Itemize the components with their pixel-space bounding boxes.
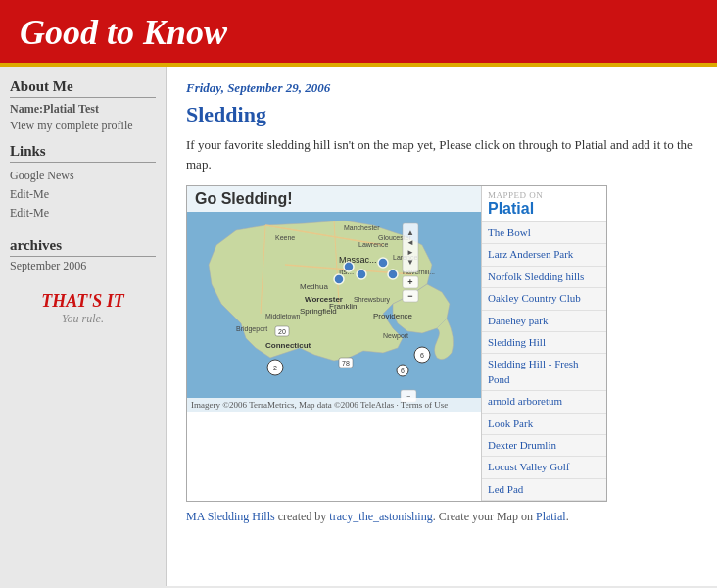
svg-text:−: −: [407, 291, 412, 301]
user-link[interactable]: tracy_the_astonishing: [329, 510, 432, 523]
svg-text:Shrewsbury: Shrewsbury: [354, 296, 390, 304]
thats-it-subtitle: You rule.: [10, 312, 156, 326]
platial-place-link[interactable]: Led Pad: [488, 482, 600, 497]
map-title: Go Sledding!: [187, 186, 481, 212]
platial-place-link[interactable]: Locust Valley Golf: [488, 460, 600, 474]
map-panel: Go Sledding! Massac...: [187, 186, 481, 412]
platial-place-link[interactable]: Look Park: [488, 416, 600, 431]
platial-panel: MAPPED ON Platial The BowlLarz Andersen …: [481, 186, 606, 501]
list-item: The Bowl: [482, 222, 606, 244]
svg-text:Keene: Keene: [275, 234, 295, 241]
name-value: Platial Test: [43, 102, 99, 116]
platial-place-link[interactable]: Oakley Country Club: [488, 291, 600, 306]
name-label: Name:: [10, 102, 43, 116]
post-date: Friday, September 29, 2006: [186, 80, 697, 96]
map-footer-text: Imagery ©2006 TerraMetrics, Map data ©20…: [191, 400, 448, 410]
svg-text:Connecticut: Connecticut: [265, 341, 311, 350]
map-svg: Massac... Its... Medhua Lawrence Glouces…: [187, 186, 481, 412]
thats-it-box: THAT'S IT You rule.: [10, 291, 156, 326]
archives-title: archives: [10, 237, 156, 257]
list-item: arnold arboretum: [482, 391, 606, 413]
platial-place-link[interactable]: Larz Andersen Park: [488, 247, 600, 262]
thats-it-title: THAT'S IT: [10, 291, 156, 312]
sidebar-link[interactable]: Edit-Me: [10, 185, 156, 204]
svg-text:▼: ▼: [406, 258, 414, 267]
svg-text:78: 78: [342, 360, 350, 367]
post-credits: MA Sledding Hills created by tracy_the_a…: [186, 510, 697, 524]
list-item: Sledding Hill - Fresh Pond: [482, 354, 606, 391]
list-item: Locust Valley Golf: [482, 457, 606, 478]
platial-place-link[interactable]: The Bowl: [488, 225, 600, 240]
svg-text:Lawrence: Lawrence: [358, 241, 388, 248]
list-item: Dexter Drumlin: [482, 435, 606, 457]
list-item: Look Park: [482, 414, 606, 435]
post-title: Sledding: [186, 102, 697, 127]
archives-entry: September 2006: [10, 259, 156, 273]
svg-text:Springfield: Springfield: [300, 307, 337, 316]
svg-text:Manchester: Manchester: [344, 224, 380, 231]
svg-point-27: [378, 258, 388, 268]
ma-sledding-link[interactable]: MA Sledding Hills: [186, 510, 275, 523]
platial-link[interactable]: Platial: [536, 510, 566, 523]
platial-logo: Platial: [488, 200, 543, 218]
credits-suffix: . Create your Map on: [433, 510, 536, 523]
sidebar-link[interactable]: Edit-Me: [10, 204, 156, 222]
profile-name: Name:Platial Test: [10, 102, 156, 117]
svg-point-26: [357, 270, 366, 279]
svg-text:6: 6: [401, 368, 405, 374]
svg-text:Medhua: Medhua: [300, 282, 328, 291]
platial-places-list: The BowlLarz Andersen ParkNorfolk Sleddi…: [482, 222, 606, 501]
about-me-title: About Me: [10, 78, 156, 98]
platial-header: MAPPED ON Platial: [482, 186, 606, 222]
platial-place-link[interactable]: Norfolk Sledding hills: [488, 270, 600, 284]
svg-text:▲: ▲: [406, 228, 414, 237]
list-item: Led Pad: [482, 479, 606, 501]
map-footer: Imagery ©2006 TerraMetrics, Map data ©20…: [187, 398, 481, 412]
page-layout: About Me Name:Platial Test View my compl…: [0, 67, 717, 586]
svg-text:2: 2: [273, 365, 277, 371]
list-item: Danehey park: [482, 311, 606, 332]
links-title: Links: [10, 143, 156, 163]
site-header: Good to Know: [0, 0, 717, 67]
svg-text:Middletown: Middletown: [265, 313, 301, 319]
platial-place-link[interactable]: Sledding Hill: [488, 335, 600, 350]
svg-text:+: +: [407, 277, 412, 287]
svg-point-29: [334, 274, 344, 284]
svg-text:Bridgeport: Bridgeport: [236, 325, 267, 333]
svg-text:Newport: Newport: [383, 332, 408, 340]
view-profile-link[interactable]: View my complete profile: [10, 119, 156, 133]
list-item: Larz Andersen Park: [482, 244, 606, 266]
post-body: If your favorite sledding hill isn't on …: [186, 135, 697, 173]
svg-point-25: [344, 262, 354, 271]
list-item: Norfolk Sledding hills: [482, 267, 606, 288]
platial-place-link[interactable]: arnold arboretum: [488, 394, 600, 409]
svg-text:Providence: Providence: [373, 312, 413, 320]
main-content: Friday, September 29, 2006 Sledding If y…: [167, 67, 717, 586]
sidebar: About Me Name:Platial Test View my compl…: [0, 67, 167, 586]
svg-text:20: 20: [278, 328, 286, 335]
credits-by: created by: [275, 510, 330, 523]
site-title: Good to Know: [20, 12, 697, 53]
list-item: Sledding Hill: [482, 332, 606, 354]
platial-place-link[interactable]: Sledding Hill - Fresh Pond: [488, 357, 600, 387]
svg-point-28: [388, 270, 398, 279]
platial-place-link[interactable]: Dexter Drumlin: [488, 438, 600, 453]
map-container: Go Sledding! Massac...: [186, 185, 607, 502]
list-item: Oakley Country Club: [482, 288, 606, 310]
sidebar-link[interactable]: Google News: [10, 167, 156, 185]
svg-text:►: ►: [406, 248, 414, 257]
platial-mapped-on-label: MAPPED ON: [488, 190, 543, 200]
sidebar-links: Google NewsEdit-MeEdit-Me: [10, 167, 156, 223]
platial-place-link[interactable]: Danehey park: [488, 314, 600, 328]
svg-text:◄: ◄: [406, 238, 414, 247]
svg-text:6: 6: [420, 352, 424, 359]
